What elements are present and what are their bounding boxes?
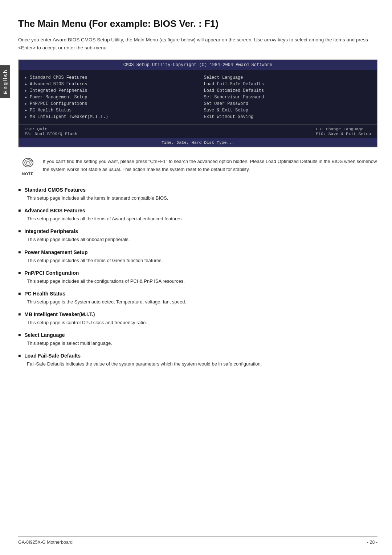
section-item: MB Intelligent Tweaker(M.I.T.)This setup…	[18, 311, 377, 326]
section-item: PC Health StatusThis setup page is the S…	[18, 291, 377, 306]
note-label: NOTE	[22, 172, 34, 176]
section-heading: PnP/PCI Configuration	[18, 270, 377, 276]
bios-right-item: Select Language	[204, 74, 371, 81]
bios-right-menu: Select LanguageLoad Fail-Safe DefaultsLo…	[198, 73, 377, 122]
section-heading: PC Health Status	[18, 291, 377, 297]
bios-f10: F10: Save & Exit Setup	[316, 131, 371, 136]
note-text: If you can't find the setting you want, …	[43, 158, 377, 173]
bios-right-item: Load Optimized Defaults	[204, 87, 371, 94]
section-desc: This setup page includes all the items o…	[27, 257, 377, 264]
note-box: NOTE If you can't find the setting you w…	[18, 158, 377, 176]
bios-arrow-icon: ▶	[25, 108, 27, 113]
bios-right-item: Load Fail-Safe Defaults	[204, 81, 371, 87]
section-heading: Power Management Setup	[18, 249, 377, 255]
section-item: Select LanguageThis setup page is select…	[18, 332, 377, 347]
bios-footer-right: F3: Change Language F10: Save & Exit Set…	[316, 127, 371, 136]
svg-point-1	[25, 160, 31, 166]
section-desc: This setup page includes all the configu…	[27, 278, 377, 285]
section-desc: This setup page includes all onboard per…	[27, 236, 377, 243]
bios-bottom-bar: Time, Date, Hard Disk Type...	[19, 138, 377, 147]
bios-left-menu: ▶Standard CMOS Features▶Advanced BIOS Fe…	[19, 73, 198, 122]
bios-arrow-icon: ▶	[25, 115, 27, 119]
svg-point-2	[26, 161, 29, 164]
section-desc: This setup page is select multi language…	[27, 340, 377, 347]
bios-footer: ESC: Quit F8: Dual BIOS/Q-Flash F3: Chan…	[19, 125, 377, 138]
footer-page: - 28 -	[367, 540, 377, 545]
bios-left-item: ▶Standard CMOS Features	[25, 74, 192, 81]
section-item: PnP/PCI ConfigurationThis setup page inc…	[18, 270, 377, 285]
bios-right-item: Save & Exit Setup	[204, 107, 371, 114]
bios-arrow-icon: ▶	[25, 89, 27, 93]
section-heading: Select Language	[18, 332, 377, 338]
section-item: Standard CMOS FeaturesThis setup page in…	[18, 187, 377, 202]
section-item: Integrated PeripheralsThis setup page in…	[18, 228, 377, 243]
section-item: Advanced BIOS FeaturesThis setup page in…	[18, 208, 377, 223]
section-item: Load Fail-Safe DefaultsFail-Safe Default…	[18, 353, 377, 368]
section-desc: Fail-Safe Defaults indicates the value o…	[27, 360, 377, 368]
bios-right-item: Exit Without Saving	[204, 114, 371, 120]
bios-left-item: ▶PnP/PCI Configurations	[25, 101, 192, 107]
bios-arrow-icon: ▶	[25, 76, 27, 80]
sections-container: Standard CMOS FeaturesThis setup page in…	[18, 187, 377, 368]
bios-f3: F3: Change Language	[316, 127, 371, 131]
bios-header: CMOS Setup Utility-Copyright (C) 1984-20…	[19, 60, 377, 70]
note-image-icon	[20, 158, 36, 171]
page-footer: GA-8I925X-G Motherboard - 28 -	[18, 536, 377, 545]
bios-left-item: ▶MB Intelligent Tweaker(M.I.T.)	[25, 114, 192, 120]
bios-left-item: ▶PC Health Status	[25, 107, 192, 114]
bios-arrow-icon: ▶	[25, 95, 27, 99]
section-desc: This setup page is the System auto detec…	[27, 298, 377, 306]
bios-right-item: Set User Password	[204, 101, 371, 107]
page-title: The Main Menu (For example: BIOS Ver. : …	[18, 18, 377, 29]
intro-text: Once you enter Award BIOS CMOS Setup Uti…	[18, 36, 377, 52]
bios-arrow-icon: ▶	[25, 82, 27, 86]
bios-esc-quit: ESC: Quit	[25, 127, 77, 131]
section-heading: Load Fail-Safe Defaults	[18, 353, 377, 359]
section-item: Power Management SetupThis setup page in…	[18, 249, 377, 264]
section-heading: Integrated Peripherals	[18, 228, 377, 234]
bios-left-item: ▶Integrated Peripherals	[25, 87, 192, 94]
bios-left-item: ▶Power Management Setup	[25, 94, 192, 101]
sidebar-english-tab: English	[0, 65, 10, 98]
section-heading: Advanced BIOS Features	[18, 208, 377, 213]
section-desc: This setup page is control CPU clock and…	[27, 319, 377, 326]
bios-footer-left: ESC: Quit F8: Dual BIOS/Q-Flash	[25, 127, 77, 136]
bios-f8: F8: Dual BIOS/Q-Flash	[25, 131, 77, 136]
section-desc: This setup page includes all the items o…	[27, 215, 377, 223]
bios-left-item: ▶Advanced BIOS Features	[25, 81, 192, 87]
section-heading: MB Intelligent Tweaker(M.I.T.)	[18, 311, 377, 317]
footer-model: GA-8I925X-G Motherboard	[18, 540, 73, 545]
bios-right-item: Set Supervisor Password	[204, 94, 371, 101]
bios-arrow-icon: ▶	[25, 102, 27, 106]
section-desc: This setup page includes all the items i…	[27, 195, 377, 202]
section-heading: Standard CMOS Features	[18, 187, 377, 193]
note-icon-area: NOTE	[18, 158, 38, 176]
bios-screenshot: CMOS Setup Utility-Copyright (C) 1984-20…	[18, 60, 377, 147]
